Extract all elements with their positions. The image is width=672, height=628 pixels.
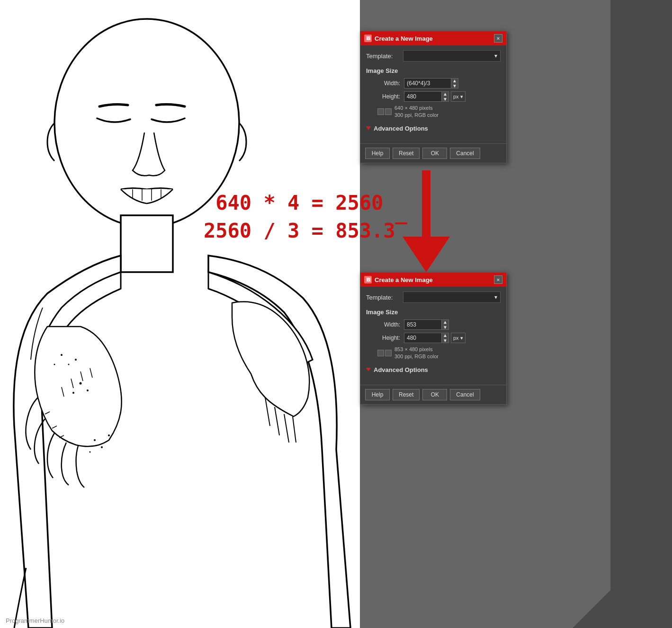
dialog-top-body: Template: ▾ Image Size Width: ▲▼ Height:… [360, 45, 506, 143]
template-row-top: Template: ▾ [366, 50, 501, 62]
svg-point-17 [54, 364, 55, 365]
width-spinner-top[interactable]: ▲▼ [451, 78, 458, 88]
gimp-icon-bottom: 🖼 [364, 276, 372, 283]
svg-point-28 [72, 392, 74, 394]
template-row-bottom: Template: ▾ [366, 292, 501, 303]
triangle-icon-top [366, 126, 371, 130]
info-row-top: 640 × 480 pixels 300 ppi, RGB color [366, 105, 501, 119]
unit-select-top[interactable]: px ▾ [451, 91, 466, 102]
info-icon1-top [377, 108, 384, 115]
width-label-top: Width: [372, 80, 400, 87]
width-spinner-bottom[interactable]: ▲▼ [441, 319, 449, 330]
info-icon2-top [385, 108, 392, 115]
height-row-bottom: Height: ▲▼ px ▾ [366, 333, 501, 343]
gimp-icon: 🖼 [364, 35, 372, 42]
cancel-button-top[interactable]: Cancel [450, 148, 480, 159]
unit-chevron-bottom: ▾ [460, 335, 463, 341]
down-arrow [398, 170, 455, 274]
image-size-label-bottom: Image Size [366, 309, 501, 316]
dialog-top-titlebar: 🖼 Create a New Image × [360, 31, 506, 45]
svg-point-20 [101, 446, 103, 448]
template-select-top[interactable]: ▾ [403, 50, 501, 62]
svg-point-16 [68, 364, 70, 365]
svg-point-15 [61, 354, 63, 356]
advanced-row-bottom[interactable]: Advanced Options [366, 364, 501, 375]
meme-background [0, 0, 360, 628]
template-label-bottom: Template: [366, 294, 399, 301]
template-label-top: Template: [366, 53, 399, 60]
dialog-top-title: Create a New Image [375, 35, 433, 42]
reset-button-top[interactable]: Reset [393, 148, 420, 159]
chevron-down-icon-bottom: ▾ [494, 294, 497, 301]
width-row-bottom: Width: ▲▼ [366, 319, 501, 330]
triangle-icon-bottom [366, 368, 371, 371]
svg-marker-30 [403, 237, 450, 272]
width-row-top: Width: ▲▼ [366, 78, 501, 88]
info-text-bottom: 853 × 480 pixels 300 ppi, RGB color [394, 346, 439, 361]
height-input-bottom[interactable] [404, 333, 442, 343]
svg-point-21 [90, 451, 91, 453]
width-input-bottom[interactable] [404, 319, 442, 330]
ok-button-top[interactable]: OK [422, 148, 447, 159]
dialog-bottom: 🖼 Create a New Image × Template: ▾ Image… [360, 272, 507, 405]
svg-point-26 [80, 382, 82, 385]
info-icon1-bottom [377, 350, 384, 356]
width-label-bottom: Width: [372, 321, 400, 328]
reset-button-bottom[interactable]: Reset [393, 389, 420, 400]
height-label-bottom: Height: [372, 335, 400, 341]
svg-point-22 [108, 434, 110, 436]
dialog-bottom-close[interactable]: × [494, 275, 502, 284]
image-size-label-top: Image Size [366, 67, 501, 74]
chevron-down-icon: ▾ [494, 53, 497, 59]
svg-point-19 [94, 439, 96, 441]
svg-rect-2 [121, 215, 173, 272]
height-spinner-bottom[interactable]: ▲▼ [441, 333, 449, 343]
info-text-top: 640 × 480 pixels 300 ppi, RGB color [394, 105, 439, 119]
template-select-bottom[interactable]: ▾ [403, 292, 501, 303]
math-line2: 2560 / 3 = 853.3̅ [204, 217, 395, 245]
dialog-top-buttons: Help Reset OK Cancel [360, 143, 506, 163]
dialog-top-close[interactable]: × [494, 34, 502, 43]
arrow-container [398, 170, 455, 274]
help-button-bottom[interactable]: Help [365, 389, 390, 400]
watermark: ProgrammerHumor.io [6, 617, 64, 624]
math-overlay: 640 * 4 = 2560 2560 / 3 = 853.3̅ [204, 189, 395, 245]
height-label-top: Height: [372, 93, 400, 100]
help-button-top[interactable]: Help [365, 148, 390, 159]
dialog-bottom-buttons: Help Reset OK Cancel [360, 385, 506, 404]
dialog-top: 🖼 Create a New Image × Template: ▾ Image… [360, 31, 507, 163]
unit-select-bottom[interactable]: px ▾ [451, 333, 466, 343]
info-icon2-bottom [385, 350, 392, 356]
cancel-button-bottom[interactable]: Cancel [450, 389, 480, 400]
unit-chevron-top: ▾ [460, 94, 463, 100]
corner-triangle [573, 590, 610, 628]
dialog-bottom-body: Template: ▾ Image Size Width: ▲▼ Height:… [360, 287, 506, 385]
ok-button-bottom[interactable]: OK [422, 389, 447, 400]
svg-point-27 [87, 389, 89, 391]
dialog-bottom-title: Create a New Image [375, 276, 433, 283]
height-spinner-top[interactable]: ▲▼ [441, 91, 449, 102]
height-input-top[interactable] [404, 91, 442, 102]
height-row-top: Height: ▲▼ px ▾ [366, 91, 501, 102]
math-line1: 640 * 4 = 2560 [204, 189, 395, 217]
advanced-row-top[interactable]: Advanced Options [366, 123, 501, 134]
dialog-bottom-titlebar: 🖼 Create a New Image × [360, 273, 506, 287]
advanced-label-top: Advanced Options [374, 125, 428, 132]
wojak-image [0, 0, 360, 628]
right-panel [610, 0, 672, 628]
svg-point-18 [75, 359, 77, 361]
info-row-bottom: 853 × 480 pixels 300 ppi, RGB color [366, 346, 501, 361]
width-input-top[interactable] [404, 78, 451, 88]
advanced-label-bottom: Advanced Options [374, 366, 428, 373]
